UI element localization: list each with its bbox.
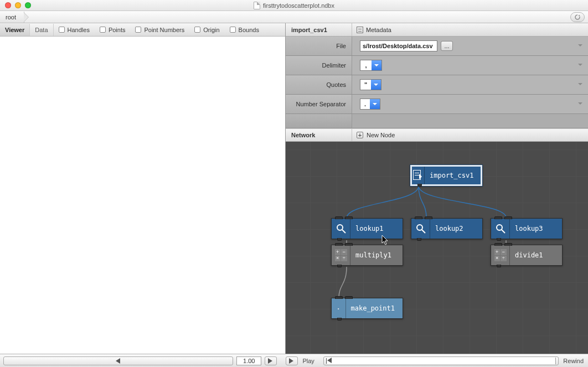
chevron-down-icon[interactable] [578,62,582,69]
port-in[interactable] [335,243,343,246]
port-in-2[interactable] [504,243,512,246]
node-icon: +−×÷ [332,245,350,265]
zoom-window-button[interactable] [25,2,31,8]
breadcrumb-bar: root [0,11,588,23]
arithmetic-icon: +−×÷ [335,249,347,261]
node-icon [332,219,350,239]
node-lookup3[interactable]: lookup3 [491,218,563,239]
row-value: " [352,75,588,94]
port-out[interactable] [497,238,501,241]
checkbox[interactable] [100,27,106,33]
metadata-toggle[interactable]: Metadata [352,27,391,33]
port-out[interactable] [417,184,422,187]
frame-field[interactable]: 1.00 [236,356,261,365]
svg-point-4 [497,225,502,230]
rewind-label: Rewind [562,358,585,364]
option-handles[interactable]: Handles [54,27,95,33]
frame-forward-button[interactable] [265,356,277,365]
play-label: Play [301,358,315,364]
tab-viewer[interactable]: Viewer [0,24,30,36]
node-multiply1[interactable]: +−×÷ multiply1 [331,245,403,266]
port-out[interactable] [337,238,342,241]
node-label: import_csv1 [425,172,481,179]
node-icon: • [332,298,346,318]
port-out[interactable] [417,238,421,241]
node-icon: +−×÷ [491,245,510,265]
option-points[interactable]: Points [95,27,131,33]
row-label: Quotes [286,75,352,94]
window-title: firsttrytodoscatterplot.ndbx [0,2,588,9]
delimiter-select[interactable]: , [360,60,382,71]
node-lookup1[interactable]: lookup1 [331,218,403,239]
checkbox[interactable] [230,27,236,33]
checkbox[interactable] [135,27,141,33]
port-in[interactable] [335,216,343,219]
port-in[interactable] [415,216,422,219]
select-value: " [360,81,371,88]
node-lookup2[interactable]: lookup2 [411,218,483,239]
new-node-button[interactable]: + New Node [352,132,395,138]
node-label: lookup3 [510,225,551,232]
row-value: s/lrost/Desktop/data.csv ... [352,37,588,55]
close-window-button[interactable] [5,2,11,8]
node-divide1[interactable]: +−×÷ divide1 [491,245,563,266]
viewer-tabs: Viewer Data Handles Points Point Numbers… [0,23,285,37]
network-canvas[interactable]: import_csv1 lookup1 lookup2 lookup3 [286,142,588,354]
node-icon [412,167,425,184]
port-in-2[interactable] [345,216,353,219]
checkbox[interactable] [194,27,200,33]
option-origin[interactable]: Origin [189,27,224,33]
checkbox[interactable] [59,27,65,33]
option-label: Bounds [239,27,259,33]
tab-data[interactable]: Data [30,24,53,36]
magnifier-icon [495,223,506,234]
option-point-numbers[interactable]: Point Numbers [130,27,189,33]
quotes-select[interactable]: " [360,79,381,90]
node-icon [411,219,430,239]
rewind-button[interactable] [323,356,559,365]
tab-label: Data [35,27,48,33]
network-header: Network + New Node [286,128,588,142]
magnifier-icon [336,223,347,234]
row-empty [286,114,588,128]
node-import-csv1[interactable]: import_csv1 [410,165,482,186]
frame-back-button[interactable] [3,356,233,365]
port-in-2[interactable] [504,216,512,219]
port-in[interactable] [494,243,502,246]
port-in-2[interactable] [345,296,353,299]
option-bounds[interactable]: Bounds [225,27,264,33]
row-value: . [352,95,588,113]
breadcrumb-root[interactable]: root [0,12,24,23]
row-label: Delimiter [286,56,352,75]
viewer-canvas[interactable] [0,37,285,354]
port-in[interactable] [335,296,343,299]
port-in-2[interactable] [345,243,353,246]
chevron-down-icon[interactable] [578,101,582,108]
reload-button[interactable] [570,12,585,22]
browse-button[interactable]: ... [441,41,453,51]
svg-line-5 [502,230,505,233]
port-out[interactable] [337,265,342,267]
node-label: multiply1 [350,251,399,259]
row-quotes: Quotes " [286,75,588,95]
document-icon [254,2,260,9]
inspector-node-name: import_csv1 [286,23,352,36]
minimize-window-button[interactable] [15,2,21,8]
metadata-icon [357,27,363,33]
port-in-2[interactable] [425,216,432,219]
magnifier-icon [415,223,426,234]
port-in[interactable] [494,216,502,219]
viewer-panel: Viewer Data Handles Points Point Numbers… [0,23,286,354]
port-out[interactable] [497,265,501,267]
tab-label: Viewer [5,27,24,33]
row-label: File [286,37,352,55]
chevron-down-icon[interactable] [578,43,582,50]
chevron-down-icon[interactable] [578,81,582,89]
row-number-separator: Number Separator . [286,95,588,114]
port-out[interactable] [337,318,342,321]
file-path-field[interactable]: s/lrost/Desktop/data.csv [360,40,437,51]
reload-icon [574,14,581,20]
play-button[interactable] [286,356,298,365]
numsep-select[interactable]: . [360,99,380,110]
node-make-point1[interactable]: • make_point1 [331,298,403,319]
